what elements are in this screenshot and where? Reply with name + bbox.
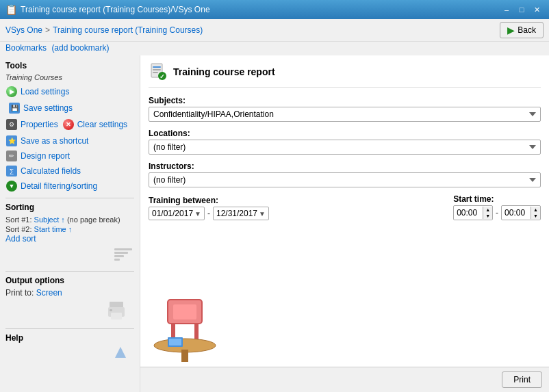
time-from-field[interactable]: 00:00 ▲ ▼ bbox=[453, 205, 493, 220]
design-report-item[interactable]: ✏ Design report bbox=[5, 148, 134, 164]
start-time-group: Start time: 00:00 ▲ ▼ - 00 bbox=[453, 194, 541, 220]
content-area: Tools Training Courses ▶ Load settings 💾… bbox=[0, 55, 549, 392]
subjects-group: Subjects: Confidentiality/HIPAA,Orientat… bbox=[149, 96, 541, 122]
title-bar: 📋 Training course report (Training Cours… bbox=[0, 0, 549, 19]
design-report-icon: ✏ bbox=[5, 150, 18, 162]
clear-settings-item[interactable]: ✕ Clear settings bbox=[62, 117, 127, 132]
load-settings-item[interactable]: ▶ Load settings bbox=[5, 84, 69, 99]
desk-image bbox=[147, 289, 222, 365]
locations-group: Locations: (no filter) bbox=[149, 129, 541, 155]
sort-decoration bbox=[5, 245, 134, 267]
save-as-shortcut-item[interactable]: ⭐ Save as a shortcut bbox=[5, 133, 134, 148]
properties-item[interactable]: ⚙ Properties bbox=[5, 117, 58, 132]
add-sort-link[interactable]: Add sort bbox=[5, 234, 36, 244]
clear-settings-label: Clear settings bbox=[77, 120, 127, 129]
sort1-link[interactable]: Subject ↑ bbox=[34, 215, 65, 224]
sort1-label: Sort #1: bbox=[5, 215, 32, 224]
time-to-field[interactable]: 00:00 ▲ ▼ bbox=[501, 205, 541, 220]
bottom-bar: Print bbox=[140, 367, 549, 392]
training-courses-subsection: Training Courses bbox=[5, 73, 134, 81]
subjects-label: Subjects: bbox=[149, 96, 541, 105]
back-button[interactable]: ▶ Back bbox=[500, 22, 544, 38]
report-title: Training course report bbox=[173, 66, 275, 77]
time-from-down[interactable]: ▼ bbox=[483, 213, 492, 219]
output-options-title: Output options bbox=[5, 276, 134, 285]
date-from-value: 01/01/2017 bbox=[152, 209, 193, 218]
svg-rect-20 bbox=[181, 350, 188, 362]
svg-rect-22 bbox=[169, 339, 181, 345]
sidebar-divider-1 bbox=[5, 198, 134, 198]
detail-filtering-label: Detail filtering/sorting bbox=[21, 181, 97, 191]
date-to-field[interactable]: 12/31/2017 ▼ bbox=[213, 207, 269, 220]
bookmarks-link[interactable]: Bookmarks bbox=[5, 43, 47, 53]
printer-icon bbox=[105, 300, 127, 324]
calculated-fields-icon: ∑ bbox=[5, 165, 18, 177]
date-from-dropdown[interactable]: ▼ bbox=[194, 210, 201, 218]
time-to-value: 00:00 bbox=[502, 206, 531, 220]
locations-label: Locations: bbox=[149, 129, 541, 138]
bookmarks-bar: Bookmarks (add bookmark) bbox=[0, 42, 549, 55]
instructors-label: Instructors: bbox=[149, 161, 541, 171]
calculated-fields-item[interactable]: ∑ Calculated fields bbox=[5, 164, 134, 179]
breadcrumb: VSys One > Training course report (Train… bbox=[5, 25, 203, 35]
subjects-select[interactable]: Confidentiality/HIPAA,Orientation bbox=[149, 107, 541, 122]
main-container: VSys One > Training course report (Train… bbox=[0, 19, 549, 392]
maximize-button[interactable]: □ bbox=[515, 3, 528, 16]
properties-label: Properties bbox=[21, 120, 58, 129]
help-icon bbox=[114, 345, 127, 361]
date-range-row: 01/01/2017 ▼ - 12/31/2017 ▼ bbox=[149, 207, 442, 220]
add-bookmark-link[interactable]: (add bookmark) bbox=[51, 43, 109, 53]
breadcrumb-current[interactable]: Training course report (Training Courses… bbox=[53, 25, 203, 35]
help-title: Help bbox=[5, 333, 134, 343]
date-to-dropdown[interactable]: ▼ bbox=[259, 210, 266, 218]
time-from-spinner: ▲ ▼ bbox=[483, 207, 492, 219]
breadcrumb-bar: VSys One > Training course report (Train… bbox=[0, 19, 549, 42]
sort1-page: (no page break) bbox=[67, 215, 120, 224]
window-controls: – □ ✕ bbox=[500, 3, 544, 16]
time-to-down[interactable]: ▼ bbox=[531, 213, 540, 219]
time-to-spinner: ▲ ▼ bbox=[531, 207, 540, 219]
time-to-up[interactable]: ▲ bbox=[531, 207, 540, 213]
locations-select[interactable]: (no filter) bbox=[149, 140, 541, 155]
svg-rect-12 bbox=[153, 72, 158, 73]
sidebar-divider-3 bbox=[5, 328, 134, 329]
sort2-link[interactable]: Start time ↑ bbox=[34, 225, 73, 233]
design-report-label: Design report bbox=[21, 151, 70, 161]
detail-filtering-icon: ▼ bbox=[5, 180, 18, 192]
svg-rect-16 bbox=[173, 304, 196, 319]
date-to-value: 12/31/2017 bbox=[216, 209, 257, 218]
sidebar: Tools Training Courses ▶ Load settings 💾… bbox=[0, 55, 140, 392]
save-settings-item[interactable]: 💾 Save settings bbox=[8, 101, 73, 116]
print-to-text: Print to: Screen bbox=[5, 288, 62, 298]
back-label: Back bbox=[518, 25, 536, 35]
title-bar-text: Training course report (Training Courses… bbox=[21, 5, 500, 14]
svg-rect-2 bbox=[114, 255, 124, 257]
svg-rect-1 bbox=[114, 252, 128, 254]
minimize-button[interactable]: – bbox=[500, 3, 513, 16]
clear-settings-icon: ✕ bbox=[62, 118, 75, 131]
svg-rect-7 bbox=[110, 309, 112, 311]
date-time-section: Training between: 01/01/2017 ▼ - 12/31/2… bbox=[149, 194, 541, 220]
calculated-fields-label: Calculated fields bbox=[21, 166, 81, 176]
svg-marker-8 bbox=[115, 347, 126, 358]
time-from-up[interactable]: ▲ bbox=[483, 207, 492, 213]
sort1-item: Sort #1: Subject ↑ (no page break) bbox=[5, 215, 134, 224]
instructors-select[interactable]: (no filter) bbox=[149, 172, 541, 187]
training-between-group: Training between: 01/01/2017 ▼ - 12/31/2… bbox=[149, 196, 442, 220]
svg-rect-11 bbox=[153, 69, 161, 70]
close-button[interactable]: ✕ bbox=[530, 3, 544, 16]
properties-icon: ⚙ bbox=[5, 118, 18, 131]
time-separator: - bbox=[496, 208, 498, 218]
date-separator: - bbox=[207, 209, 210, 218]
svg-rect-3 bbox=[114, 259, 120, 261]
sort2-label: Sort #2: bbox=[5, 225, 32, 233]
print-button[interactable]: Print bbox=[502, 371, 542, 388]
screen-link[interactable]: Screen bbox=[36, 288, 62, 298]
detail-filtering-item[interactable]: ▼ Detail filtering/sorting bbox=[5, 179, 134, 194]
svg-rect-6 bbox=[111, 313, 122, 319]
date-from-field[interactable]: 01/01/2017 ▼ bbox=[149, 207, 205, 220]
svg-text:✓: ✓ bbox=[159, 73, 165, 80]
load-settings-icon: ▶ bbox=[5, 86, 18, 98]
output-options: Print to: Screen bbox=[5, 288, 134, 298]
breadcrumb-root[interactable]: VSys One bbox=[5, 25, 42, 35]
